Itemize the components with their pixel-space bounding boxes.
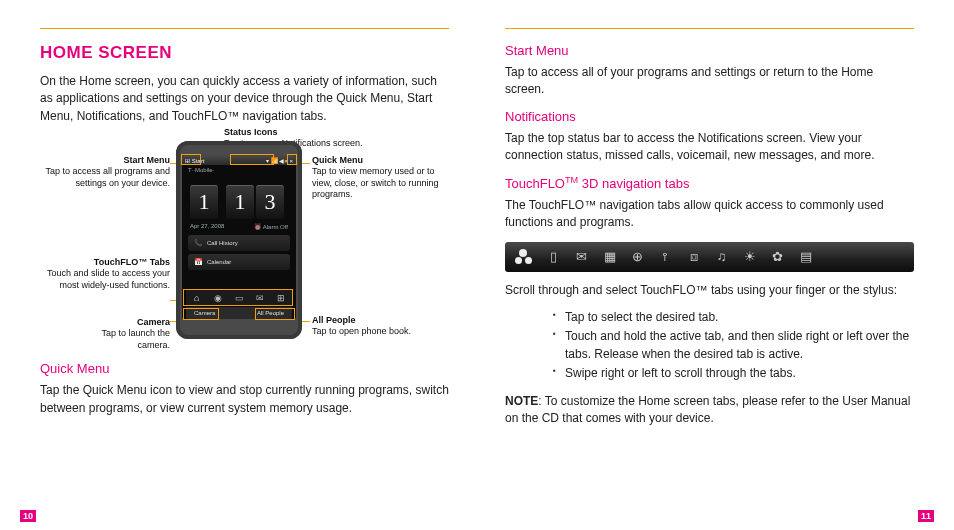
callout-start-menu: Start Menu Tap to access all programs an…	[40, 155, 170, 189]
alarm-text: Alarm Off	[263, 224, 288, 230]
home-row-call-history[interactable]: 📞Call History	[188, 235, 290, 251]
row-label: Call History	[207, 240, 238, 246]
callout-heading: Camera	[137, 317, 170, 327]
touchflo-paragraph: The TouchFLO™ navigation tabs allow quic…	[505, 197, 914, 232]
date-text: Apr 27, 2008	[190, 223, 224, 230]
music-icon[interactable]: ♫	[714, 249, 729, 264]
weather-icon[interactable]: ☀	[742, 249, 757, 264]
touchflo-tab-strip[interactable]: ▯ ✉ ▦ ⊕ ⫯ ⧈ ♫ ☀ ✿ ▤	[505, 242, 914, 272]
settings-icon[interactable]: ✿	[770, 249, 785, 264]
calendar-icon[interactable]: ▦	[602, 249, 617, 264]
highlight-box	[287, 154, 297, 165]
list-item: Tap to select the desired tab.	[553, 309, 914, 326]
stocks-icon[interactable]: ⫯	[658, 249, 673, 264]
device-mockup: ⊞ Start ▾ 📶 ◀× × T··Mobile· 1 1 3 Apr 27…	[176, 141, 302, 339]
intro-paragraph: On the Home screen, you can quickly acce…	[40, 73, 449, 125]
callout-text: Tap to launch the camera.	[101, 328, 170, 349]
mail-icon[interactable]: ✉	[574, 249, 589, 264]
people-icon[interactable]: ▯	[546, 249, 561, 264]
callout-heading: TouchFLO™ Tabs	[94, 257, 170, 267]
top-rule	[505, 28, 914, 29]
callout-heading: Start Menu	[123, 155, 170, 165]
highlight-box	[230, 154, 274, 165]
phone-figure: Start Menu Tap to access all programs an…	[40, 135, 449, 355]
callout-touchflo-tabs: TouchFLO™ Tabs Touch and slide to access…	[40, 257, 170, 291]
page-number-right: 11	[918, 510, 934, 522]
callout-heading: Quick Menu	[312, 155, 363, 165]
right-page: Start Menu Tap to access all of your pro…	[505, 28, 914, 437]
start-menu-paragraph: Tap to access all of your programs and s…	[505, 64, 914, 99]
section-notifications: Notifications	[505, 109, 914, 124]
clock-digit: 3	[256, 185, 284, 219]
clock-digit: 1	[190, 185, 218, 219]
callout-quick-menu: Quick Menu Tap to view memory used or to…	[312, 155, 452, 200]
notifications-paragraph: Tap the top status bar to access the Not…	[505, 130, 914, 165]
highlight-box	[183, 308, 219, 320]
note-text: : To customize the Home screen tabs, ple…	[505, 394, 910, 425]
row-label: Calendar	[207, 259, 231, 265]
callout-text: Tap to open phone book.	[312, 326, 411, 336]
web-icon[interactable]: ⊕	[630, 249, 645, 264]
highlight-box	[181, 154, 201, 165]
callout-heading: All People	[312, 315, 356, 325]
date-row: Apr 27, 2008 ⏰ Alarm Off	[182, 221, 296, 232]
callout-camera: Camera Tap to launch the camera.	[70, 317, 170, 351]
home-row-calendar[interactable]: 📅Calendar	[188, 254, 290, 270]
section-quick-menu: Quick Menu	[40, 361, 449, 376]
callout-text: Touch and slide to access your most wide…	[47, 268, 170, 289]
page-number-left: 10	[20, 510, 36, 522]
home-icon[interactable]	[513, 247, 533, 267]
carrier-label: T··Mobile·	[182, 165, 296, 175]
scroll-paragraph: Scroll through and select TouchFLO™ tabs…	[505, 282, 914, 299]
callout-heading: Status Icons	[224, 127, 278, 137]
page-title: HOME SCREEN	[40, 43, 449, 63]
highlight-box	[183, 289, 293, 306]
left-page: HOME SCREEN On the Home screen, you can …	[40, 28, 449, 437]
note-label: NOTE	[505, 394, 538, 408]
highlight-box	[255, 308, 295, 320]
list-item: Swipe right or left to scroll through th…	[553, 365, 914, 382]
camera-icon[interactable]: ⧈	[686, 249, 701, 265]
apps-icon[interactable]: ▤	[798, 249, 813, 264]
flip-clock: 1 1 3	[182, 175, 296, 221]
list-item: Touch and hold the active tab, and then …	[553, 328, 914, 363]
clock-digit: 1	[226, 185, 254, 219]
callout-text: Tap to view memory used or to view, clos…	[312, 166, 439, 199]
section-touchflo: TouchFLOTM 3D navigation tabs	[505, 175, 914, 191]
callout-text: Tap to access all programs and settings …	[45, 166, 170, 187]
instruction-list: Tap to select the desired tab. Touch and…	[553, 309, 914, 383]
note-paragraph: NOTE: To customize the Home screen tabs,…	[505, 393, 914, 428]
top-rule	[40, 28, 449, 29]
section-start-menu: Start Menu	[505, 43, 914, 58]
quick-menu-paragraph: Tap the Quick Menu icon to view and stop…	[40, 382, 449, 417]
callout-all-people: All People Tap to open phone book.	[312, 315, 432, 338]
